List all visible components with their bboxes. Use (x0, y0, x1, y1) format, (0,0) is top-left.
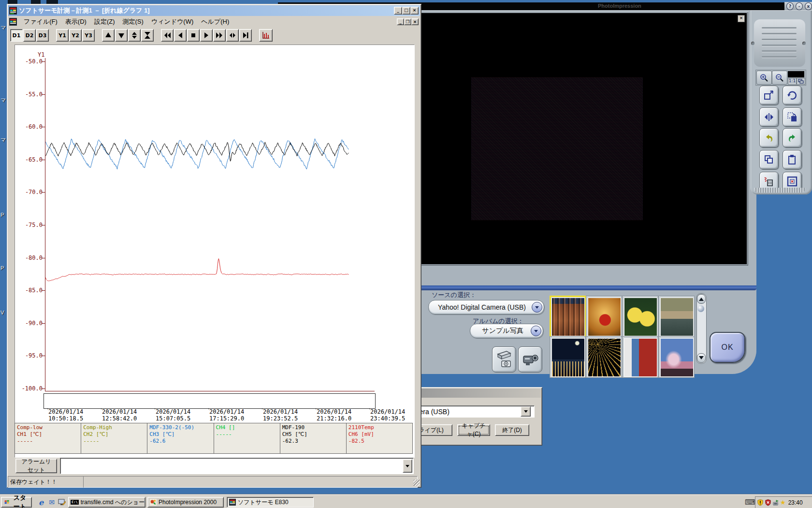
stop-button[interactable] (187, 29, 200, 42)
album-select-dropdown[interactable]: サンプル写真 (470, 324, 543, 338)
minimize-button[interactable]: - (796, 2, 803, 10)
thumbnail-sunset-clouds[interactable] (658, 336, 695, 378)
scroll-up-button[interactable] (102, 29, 115, 42)
fast-forward-button[interactable] (213, 29, 226, 42)
thumbnail-night-city[interactable] (550, 336, 586, 378)
y3-axis-button[interactable]: Y3 (82, 29, 95, 42)
undo-button[interactable] (759, 128, 779, 148)
graph-settings-button[interactable] (259, 29, 273, 42)
child-close-button[interactable]: × (411, 18, 419, 25)
softthermo-titlebar[interactable]: ソフトサーモ計測－計測1 － [折れ線グラフ 1] _ □ × (8, 5, 420, 16)
y-tick-mark (42, 160, 45, 160)
y2-axis-button[interactable]: Y2 (69, 29, 82, 42)
scanner-source-button[interactable] (492, 346, 516, 373)
combobox-arrow-button[interactable] (521, 406, 531, 417)
desktop-icon-label-fragment[interactable]: マ (0, 136, 6, 144)
desktop-icon-label-fragment[interactable]: P (0, 265, 4, 271)
rewind-button[interactable] (161, 29, 174, 42)
show-desktop-quicklaunch-icon[interactable] (58, 498, 66, 507)
maximize-button[interactable]: □ (402, 7, 410, 15)
scroll-down-button[interactable] (115, 29, 128, 42)
rotate-button[interactable] (783, 86, 802, 105)
y1-axis-button[interactable]: Y1 (56, 29, 69, 42)
legend-ch4: CH4 []----- (214, 423, 280, 453)
step-left-button[interactable] (174, 29, 187, 42)
child-minimize-button[interactable]: _ (397, 18, 404, 25)
cascade-windows-button[interactable] (797, 78, 805, 85)
arrows-up-down-icon (130, 31, 138, 39)
scroll-down-button[interactable] (697, 353, 706, 363)
video-source-button[interactable] (518, 346, 542, 373)
crop-rotate-button[interactable] (783, 107, 802, 127)
zoom-out-button[interactable] (772, 71, 787, 85)
alarm-reset-button[interactable]: アラームリセット (15, 459, 57, 473)
close-button[interactable]: x (805, 2, 812, 10)
data1-button[interactable]: D1 (10, 29, 23, 42)
start-button[interactable]: スタート (1, 497, 32, 508)
desktop-icon-label-fragment[interactable]: マ (0, 24, 6, 31)
scroll-range-box[interactable] (44, 393, 376, 409)
thumbnail-scrollbar[interactable] (696, 293, 707, 364)
outlook-express-quicklaunch-icon[interactable]: ✉ (47, 498, 56, 507)
child-restore-button[interactable]: ❐ (404, 18, 411, 25)
menu-window[interactable]: ウィンドウ(W) (147, 16, 197, 27)
alarm-combobox[interactable] (60, 458, 414, 474)
exit-button[interactable]: 終了(D) (495, 424, 529, 436)
zoom-in-button[interactable] (756, 71, 772, 85)
go-to-end-button[interactable] (239, 29, 252, 42)
line-chart[interactable] (45, 58, 375, 391)
task-photoimpression[interactable]: PhotoImpression 2000 (147, 497, 224, 508)
resize-button[interactable] (759, 86, 779, 105)
thumbnail-harbor[interactable] (658, 296, 695, 337)
source-select-value: Yahoo! Digital Camera (USB) (438, 303, 526, 311)
star-tray-icon[interactable]: ★ (780, 499, 786, 506)
scroll-up-button[interactable] (697, 294, 706, 304)
safely-remove-icon[interactable] (772, 499, 779, 506)
task-softthermo[interactable]: ソフトサーモ E830 (227, 497, 314, 508)
menu-measure[interactable]: 測定(S) (118, 16, 147, 27)
thumbnail-red-rocks[interactable] (550, 296, 586, 337)
help-button[interactable]: ? (786, 2, 794, 10)
source-select-dropdown[interactable]: Yahoo! Digital Camera (USB) (428, 300, 544, 314)
data3-button[interactable]: D3 (36, 29, 49, 42)
compress-vertical-button[interactable] (141, 29, 154, 42)
data2-button[interactable]: D2 (23, 29, 36, 42)
close-button[interactable]: × (410, 7, 419, 15)
menu-file[interactable]: ファイル(F) (20, 16, 61, 27)
keyboard-indicator-icon[interactable]: ⌨ (745, 498, 755, 507)
thumbnail-yellow-flowers[interactable] (622, 296, 658, 337)
chevron-down-icon[interactable] (531, 326, 541, 336)
menu-settings[interactable]: 設定(Z) (90, 16, 119, 27)
minimize-button[interactable]: _ (394, 7, 402, 15)
ie-quicklaunch-icon[interactable]: e (37, 498, 45, 507)
desktop-icon-label-fragment[interactable]: P (0, 212, 4, 218)
paste-button[interactable] (783, 150, 802, 169)
expand-horizontal-button[interactable] (226, 29, 239, 42)
thumbnail-lighthouse[interactable] (622, 336, 658, 378)
resize-grip[interactable] (413, 479, 420, 486)
desktop-icon-label-fragment[interactable]: V (0, 310, 4, 315)
actual-size-button[interactable]: 1:1 (788, 78, 797, 85)
desktop-icon-label-fragment[interactable]: マ (0, 97, 6, 104)
preview-close-icon[interactable]: × (738, 15, 745, 22)
security-alert-icon[interactable] (757, 499, 764, 506)
status-bar: 保存ウェイト！！ (8, 476, 84, 488)
security-off-icon[interactable] (765, 499, 771, 506)
thumbnail-cardinal-bird[interactable] (586, 296, 622, 337)
ok-button[interactable]: OK (710, 332, 745, 363)
menu-help[interactable]: ヘルプ(H) (197, 16, 233, 27)
menu-view[interactable]: 表示(D) (61, 16, 90, 27)
panel-grip[interactable] (754, 19, 805, 67)
resize-icon (763, 90, 775, 101)
redo-button[interactable] (783, 128, 802, 148)
scrollbar-thumb[interactable] (697, 305, 704, 312)
chevron-down-icon[interactable] (532, 302, 542, 313)
step-right-button[interactable] (200, 29, 213, 42)
capture-button[interactable]: キャプチャ(C) (457, 424, 490, 436)
expand-vertical-button[interactable] (128, 29, 141, 42)
thumbnail-light-spiral[interactable] (586, 336, 622, 378)
combobox-arrow-button[interactable] (403, 459, 412, 473)
flip-horizontal-button[interactable] (759, 107, 779, 127)
task-transfile[interactable]: C:\ transfile.cmd へのショート... (68, 497, 145, 508)
copy-button[interactable] (759, 150, 779, 169)
